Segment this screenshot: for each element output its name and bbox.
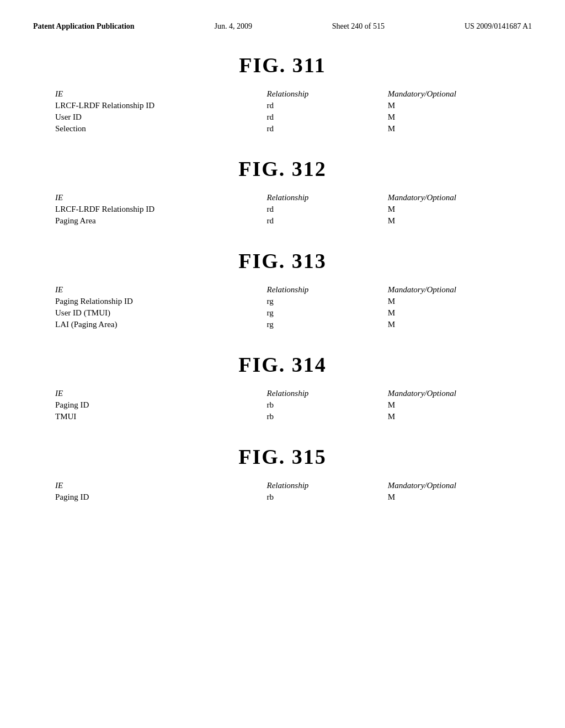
col-header-ie: IE bbox=[55, 284, 267, 296]
cell-mandatory-optional: M bbox=[388, 319, 554, 330]
cell-relationship: rb bbox=[267, 399, 388, 411]
cell-ie: Paging ID bbox=[55, 491, 267, 503]
fig-title-fig312: FIG. 312 bbox=[33, 157, 532, 181]
col-header-mandatory-optional: Mandatory/Optional bbox=[388, 88, 554, 100]
figure-section-fig312: FIG. 312IERelationshipMandatory/Optional… bbox=[33, 157, 532, 227]
table-row: Paging IDrbM bbox=[55, 491, 554, 503]
cell-mandatory-optional: M bbox=[388, 100, 554, 111]
cell-ie: LAI (Paging Area) bbox=[55, 319, 267, 330]
table-row: Paging AreardM bbox=[55, 215, 554, 227]
table-row: User IDrdM bbox=[55, 111, 554, 123]
cell-relationship: rd bbox=[267, 215, 388, 227]
col-header-mandatory-optional: Mandatory/Optional bbox=[388, 284, 554, 296]
table-row: User ID (TMUI)rgM bbox=[55, 307, 554, 319]
table-row: LRCF-LRDF Relationship IDrdM bbox=[55, 204, 554, 215]
col-header-relationship: Relationship bbox=[267, 388, 388, 399]
table-row: LRCF-LRDF Relationship IDrdM bbox=[55, 100, 554, 111]
cell-relationship: rb bbox=[267, 411, 388, 422]
cell-relationship: rg bbox=[267, 319, 388, 330]
cell-relationship: rg bbox=[267, 307, 388, 319]
cell-relationship: rd bbox=[267, 204, 388, 215]
col-header-ie: IE bbox=[55, 480, 267, 491]
fig-table-fig313: IERelationshipMandatory/OptionalPaging R… bbox=[55, 284, 554, 330]
cell-ie: User ID bbox=[55, 111, 267, 123]
col-header-relationship: Relationship bbox=[267, 480, 388, 491]
cell-ie: LRCF-LRDF Relationship ID bbox=[55, 204, 267, 215]
table-row: Paging IDrbM bbox=[55, 399, 554, 411]
fig-title-fig311: FIG. 311 bbox=[33, 53, 532, 77]
cell-relationship: rd bbox=[267, 123, 388, 135]
cell-mandatory-optional: M bbox=[388, 307, 554, 319]
fig-table-fig311: IERelationshipMandatory/OptionalLRCF-LRD… bbox=[55, 88, 554, 135]
figure-section-fig315: FIG. 315IERelationshipMandatory/Optional… bbox=[33, 445, 532, 503]
col-header-relationship: Relationship bbox=[267, 88, 388, 100]
table-row: TMUIrbM bbox=[55, 411, 554, 422]
cell-mandatory-optional: M bbox=[388, 491, 554, 503]
cell-relationship: rg bbox=[267, 296, 388, 307]
col-header-ie: IE bbox=[55, 88, 267, 100]
cell-mandatory-optional: M bbox=[388, 215, 554, 227]
figures-container: FIG. 311IERelationshipMandatory/Optional… bbox=[33, 53, 532, 503]
table-row: SelectionrdM bbox=[55, 123, 554, 135]
fig-title-fig315: FIG. 315 bbox=[33, 445, 532, 469]
cell-ie: Paging Relationship ID bbox=[55, 296, 267, 307]
fig-title-fig313: FIG. 313 bbox=[33, 249, 532, 273]
cell-relationship: rb bbox=[267, 491, 388, 503]
col-header-ie: IE bbox=[55, 192, 267, 204]
page-header: Patent Application Publication Jun. 4, 2… bbox=[33, 22, 532, 31]
table-row: LAI (Paging Area)rgM bbox=[55, 319, 554, 330]
cell-ie: Paging Area bbox=[55, 215, 267, 227]
cell-relationship: rd bbox=[267, 111, 388, 123]
col-header-mandatory-optional: Mandatory/Optional bbox=[388, 480, 554, 491]
col-header-relationship: Relationship bbox=[267, 192, 388, 204]
cell-relationship: rd bbox=[267, 100, 388, 111]
cell-mandatory-optional: M bbox=[388, 296, 554, 307]
cell-ie: LRCF-LRDF Relationship ID bbox=[55, 100, 267, 111]
figure-section-fig314: FIG. 314IERelationshipMandatory/Optional… bbox=[33, 352, 532, 422]
sheet-info: Sheet 240 of 515 bbox=[332, 22, 385, 31]
cell-mandatory-optional: M bbox=[388, 111, 554, 123]
publication-date: Jun. 4, 2009 bbox=[214, 22, 252, 31]
col-header-relationship: Relationship bbox=[267, 284, 388, 296]
fig-title-fig314: FIG. 314 bbox=[33, 352, 532, 377]
fig-table-fig312: IERelationshipMandatory/OptionalLRCF-LRD… bbox=[55, 192, 554, 227]
fig-table-fig315: IERelationshipMandatory/OptionalPaging I… bbox=[55, 480, 554, 503]
col-header-ie: IE bbox=[55, 388, 267, 399]
cell-ie: Paging ID bbox=[55, 399, 267, 411]
cell-ie: Selection bbox=[55, 123, 267, 135]
publication-label: Patent Application Publication bbox=[33, 22, 135, 31]
col-header-mandatory-optional: Mandatory/Optional bbox=[388, 388, 554, 399]
cell-mandatory-optional: M bbox=[388, 204, 554, 215]
table-row: Paging Relationship IDrgM bbox=[55, 296, 554, 307]
cell-mandatory-optional: M bbox=[388, 399, 554, 411]
patent-number: US 2009/0141687 A1 bbox=[465, 22, 532, 31]
col-header-mandatory-optional: Mandatory/Optional bbox=[388, 192, 554, 204]
cell-ie: User ID (TMUI) bbox=[55, 307, 267, 319]
fig-table-fig314: IERelationshipMandatory/OptionalPaging I… bbox=[55, 388, 554, 422]
page: Patent Application Publication Jun. 4, 2… bbox=[0, 0, 565, 728]
cell-mandatory-optional: M bbox=[388, 123, 554, 135]
figure-section-fig313: FIG. 313IERelationshipMandatory/Optional… bbox=[33, 249, 532, 330]
figure-section-fig311: FIG. 311IERelationshipMandatory/Optional… bbox=[33, 53, 532, 135]
cell-mandatory-optional: M bbox=[388, 411, 554, 422]
cell-ie: TMUI bbox=[55, 411, 267, 422]
